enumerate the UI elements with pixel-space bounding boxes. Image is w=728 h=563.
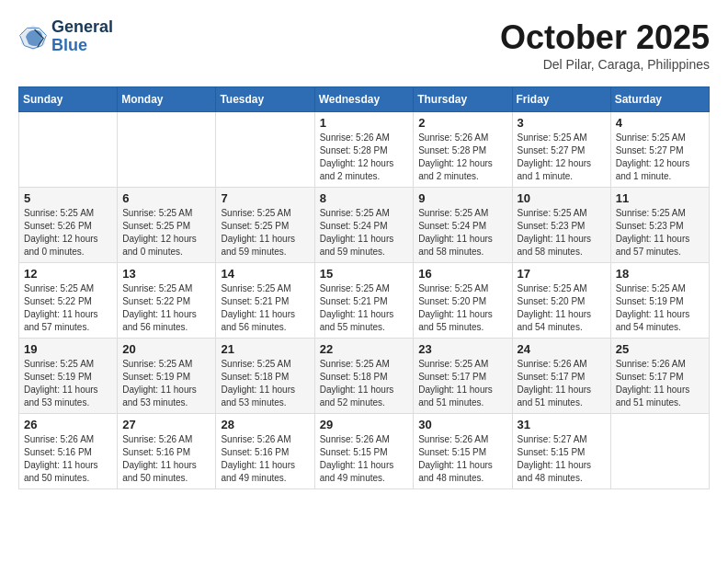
day-info: Sunrise: 5:25 AM Sunset: 5:27 PM Dayligh…	[616, 132, 704, 183]
day-info: Sunrise: 5:25 AM Sunset: 5:22 PM Dayligh…	[122, 282, 210, 334]
calendar-week-row: 1Sunrise: 5:26 AM Sunset: 5:28 PM Daylig…	[19, 112, 710, 188]
day-number: 14	[221, 267, 309, 281]
calendar-cell: 23Sunrise: 5:25 AM Sunset: 5:17 PM Dayli…	[414, 339, 512, 414]
calendar-table: SundayMondayTuesdayWednesdayThursdayFrid…	[18, 86, 710, 489]
day-number: 27	[122, 418, 210, 431]
day-number: 10	[518, 191, 606, 205]
day-number: 4	[616, 116, 704, 130]
day-info: Sunrise: 5:26 AM Sunset: 5:17 PM Dayligh…	[616, 358, 704, 409]
calendar-day-header: Saturday	[610, 87, 709, 112]
calendar-cell: 28Sunrise: 5:26 AM Sunset: 5:16 PM Dayli…	[216, 414, 314, 489]
day-number: 7	[221, 191, 309, 205]
day-info: Sunrise: 5:25 AM Sunset: 5:23 PM Dayligh…	[616, 207, 704, 259]
day-info: Sunrise: 5:26 AM Sunset: 5:16 PM Dayligh…	[122, 433, 210, 485]
calendar-day-header: Sunday	[19, 87, 118, 112]
calendar-cell: 6Sunrise: 5:25 AM Sunset: 5:25 PM Daylig…	[118, 188, 216, 263]
calendar-cell: 26Sunrise: 5:26 AM Sunset: 5:16 PM Dayli…	[19, 414, 118, 489]
day-number: 30	[418, 418, 506, 431]
logo-blue: Blue	[51, 37, 113, 55]
calendar-cell: 5Sunrise: 5:25 AM Sunset: 5:26 PM Daylig…	[19, 188, 118, 263]
day-number: 3	[518, 116, 606, 130]
day-info: Sunrise: 5:25 AM Sunset: 5:24 PM Dayligh…	[320, 207, 409, 259]
calendar-cell: 12Sunrise: 5:25 AM Sunset: 5:22 PM Dayli…	[19, 263, 118, 339]
calendar-cell: 21Sunrise: 5:25 AM Sunset: 5:18 PM Dayli…	[216, 339, 314, 414]
month-title: October 2025	[500, 18, 710, 57]
calendar-cell: 8Sunrise: 5:25 AM Sunset: 5:24 PM Daylig…	[314, 188, 414, 263]
day-info: Sunrise: 5:25 AM Sunset: 5:21 PM Dayligh…	[221, 282, 309, 334]
day-info: Sunrise: 5:25 AM Sunset: 5:25 PM Dayligh…	[221, 207, 309, 259]
calendar-cell: 9Sunrise: 5:25 AM Sunset: 5:24 PM Daylig…	[414, 188, 512, 263]
day-number: 21	[221, 342, 309, 356]
day-info: Sunrise: 5:26 AM Sunset: 5:17 PM Dayligh…	[518, 358, 606, 409]
calendar-day-header: Thursday	[414, 87, 512, 112]
day-info: Sunrise: 5:25 AM Sunset: 5:19 PM Dayligh…	[122, 358, 210, 409]
logo-icon	[18, 22, 48, 52]
day-number: 25	[616, 342, 704, 356]
calendar-cell: 16Sunrise: 5:25 AM Sunset: 5:20 PM Dayli…	[414, 263, 512, 339]
day-info: Sunrise: 5:25 AM Sunset: 5:18 PM Dayligh…	[320, 358, 409, 409]
calendar-week-row: 19Sunrise: 5:25 AM Sunset: 5:19 PM Dayli…	[19, 339, 710, 414]
calendar-week-row: 5Sunrise: 5:25 AM Sunset: 5:26 PM Daylig…	[19, 188, 710, 263]
calendar-cell: 7Sunrise: 5:25 AM Sunset: 5:25 PM Daylig…	[216, 188, 314, 263]
calendar-cell: 18Sunrise: 5:25 AM Sunset: 5:19 PM Dayli…	[610, 263, 709, 339]
calendar-cell	[610, 414, 709, 489]
calendar-cell: 24Sunrise: 5:26 AM Sunset: 5:17 PM Dayli…	[512, 339, 610, 414]
day-info: Sunrise: 5:26 AM Sunset: 5:28 PM Dayligh…	[320, 132, 409, 183]
calendar-week-row: 26Sunrise: 5:26 AM Sunset: 5:16 PM Dayli…	[19, 414, 710, 489]
day-number: 11	[616, 191, 704, 205]
day-number: 5	[24, 191, 112, 205]
day-number: 22	[320, 342, 409, 356]
calendar-cell: 27Sunrise: 5:26 AM Sunset: 5:16 PM Dayli…	[118, 414, 216, 489]
logo: General Blue	[18, 18, 113, 55]
day-info: Sunrise: 5:25 AM Sunset: 5:21 PM Dayligh…	[320, 282, 409, 334]
calendar-cell	[216, 112, 314, 188]
day-info: Sunrise: 5:25 AM Sunset: 5:22 PM Dayligh…	[24, 282, 112, 334]
calendar-cell: 3Sunrise: 5:25 AM Sunset: 5:27 PM Daylig…	[512, 112, 610, 188]
day-info: Sunrise: 5:25 AM Sunset: 5:27 PM Dayligh…	[518, 132, 606, 183]
calendar-cell: 10Sunrise: 5:25 AM Sunset: 5:23 PM Dayli…	[512, 188, 610, 263]
day-info: Sunrise: 5:25 AM Sunset: 5:25 PM Dayligh…	[122, 207, 210, 259]
calendar-cell: 19Sunrise: 5:25 AM Sunset: 5:19 PM Dayli…	[19, 339, 118, 414]
day-number: 9	[418, 191, 506, 205]
day-number: 17	[518, 267, 606, 281]
calendar-header-row: SundayMondayTuesdayWednesdayThursdayFrid…	[19, 87, 710, 112]
calendar-cell: 22Sunrise: 5:25 AM Sunset: 5:18 PM Dayli…	[314, 339, 414, 414]
calendar-day-header: Friday	[512, 87, 610, 112]
location: Del Pilar, Caraga, Philippines	[500, 57, 710, 72]
day-info: Sunrise: 5:26 AM Sunset: 5:28 PM Dayligh…	[418, 132, 506, 183]
day-number: 8	[320, 191, 409, 205]
calendar-cell: 14Sunrise: 5:25 AM Sunset: 5:21 PM Dayli…	[216, 263, 314, 339]
day-info: Sunrise: 5:25 AM Sunset: 5:20 PM Dayligh…	[418, 282, 506, 334]
day-info: Sunrise: 5:25 AM Sunset: 5:17 PM Dayligh…	[418, 358, 506, 409]
day-number: 24	[518, 342, 606, 356]
calendar-day-header: Tuesday	[216, 87, 314, 112]
day-info: Sunrise: 5:25 AM Sunset: 5:23 PM Dayligh…	[518, 207, 606, 259]
calendar-cell: 25Sunrise: 5:26 AM Sunset: 5:17 PM Dayli…	[610, 339, 709, 414]
day-number: 19	[24, 342, 112, 356]
day-number: 31	[518, 418, 606, 431]
day-info: Sunrise: 5:26 AM Sunset: 5:16 PM Dayligh…	[24, 433, 112, 485]
day-info: Sunrise: 5:25 AM Sunset: 5:19 PM Dayligh…	[24, 358, 112, 409]
day-number: 15	[320, 267, 409, 281]
calendar-cell: 29Sunrise: 5:26 AM Sunset: 5:15 PM Dayli…	[314, 414, 414, 489]
calendar-cell: 11Sunrise: 5:25 AM Sunset: 5:23 PM Dayli…	[610, 188, 709, 263]
calendar-cell: 4Sunrise: 5:25 AM Sunset: 5:27 PM Daylig…	[610, 112, 709, 188]
calendar-week-row: 12Sunrise: 5:25 AM Sunset: 5:22 PM Dayli…	[19, 263, 710, 339]
calendar-cell: 15Sunrise: 5:25 AM Sunset: 5:21 PM Dayli…	[314, 263, 414, 339]
calendar-cell: 17Sunrise: 5:25 AM Sunset: 5:20 PM Dayli…	[512, 263, 610, 339]
day-number: 18	[616, 267, 704, 281]
calendar-cell: 20Sunrise: 5:25 AM Sunset: 5:19 PM Dayli…	[118, 339, 216, 414]
day-number: 28	[221, 418, 309, 431]
day-info: Sunrise: 5:25 AM Sunset: 5:24 PM Dayligh…	[418, 207, 506, 259]
calendar-cell: 30Sunrise: 5:26 AM Sunset: 5:15 PM Dayli…	[414, 414, 512, 489]
day-number: 1	[320, 116, 409, 130]
day-info: Sunrise: 5:25 AM Sunset: 5:19 PM Dayligh…	[616, 282, 704, 334]
day-number: 16	[418, 267, 506, 281]
day-number: 6	[122, 191, 210, 205]
day-number: 29	[320, 418, 409, 431]
calendar-cell: 2Sunrise: 5:26 AM Sunset: 5:28 PM Daylig…	[414, 112, 512, 188]
calendar-cell: 1Sunrise: 5:26 AM Sunset: 5:28 PM Daylig…	[314, 112, 414, 188]
logo-general: General	[51, 18, 113, 37]
calendar-day-header: Wednesday	[314, 87, 414, 112]
day-number: 20	[122, 342, 210, 356]
